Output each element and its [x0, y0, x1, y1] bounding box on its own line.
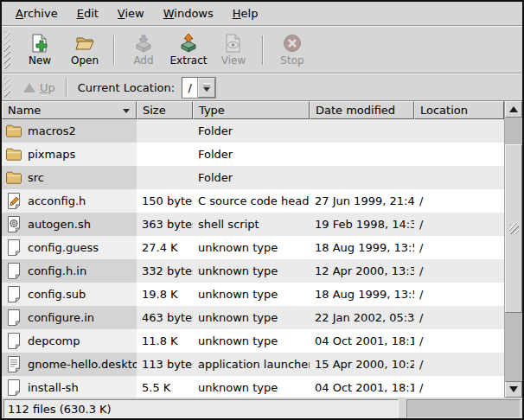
add-button[interactable]: Add [121, 32, 166, 67]
table-row[interactable]: configure.in463 bytesunknown type22 Jan … [2, 306, 504, 329]
cell-name: config.sub [2, 283, 137, 306]
cell-size: 11.8 K [137, 329, 193, 353]
cell-size: 113 bytes [137, 353, 193, 376]
menu-item-archive[interactable]: Archive [6, 3, 67, 23]
cell-location [414, 143, 504, 166]
table-row[interactable]: srcFolder [2, 166, 504, 189]
cell-type: unknown type [193, 259, 310, 283]
column-header-label: Size [143, 104, 166, 117]
view-icon [223, 33, 244, 54]
file-icon [5, 332, 22, 350]
file-name: depcomp [28, 334, 80, 347]
view-button[interactable]: View [211, 32, 256, 67]
table-row[interactable]: install-sh5.5 Kunknown type04 Oct 2001, … [2, 376, 504, 398]
file-lines-icon [5, 355, 22, 373]
column-header-label: Name [8, 104, 41, 117]
location-combo-dropdown[interactable] [198, 78, 215, 98]
status-message: 112 files (630.3 K) [3, 399, 399, 418]
cell-name: install-sh [2, 376, 137, 398]
cell-date: 04 Oct 2001, 18:12 [310, 376, 414, 398]
add-icon [133, 33, 154, 54]
folder-icon [5, 169, 22, 187]
scroll-up-button[interactable] [505, 101, 522, 118]
cell-name: config.guess [2, 236, 137, 259]
cell-location: / [414, 189, 504, 213]
folder-icon [5, 145, 22, 163]
location-bar-drag-handle[interactable] [4, 77, 10, 98]
cell-location: / [414, 306, 504, 329]
cell-date: 18 Aug 1999, 13:53 [310, 236, 414, 259]
table-row[interactable]: pixmapsFolder [2, 143, 504, 166]
menu-item-edit[interactable]: Edit [67, 3, 108, 23]
scroll-down-button[interactable] [505, 381, 522, 398]
stop-button[interactable]: Stop [270, 32, 315, 67]
menu-item-help[interactable]: Help [223, 3, 268, 23]
toolbar-drag-handle[interactable] [4, 31, 10, 69]
cell-type: unknown type [193, 329, 310, 353]
open-icon [74, 33, 95, 54]
cell-size [137, 119, 193, 143]
up-arrow-icon [23, 83, 35, 92]
scrollbar-track[interactable] [505, 118, 522, 381]
cell-location [414, 166, 504, 189]
file-name: config.sub [28, 288, 86, 301]
toolbar-button-label: Stop [280, 54, 304, 67]
file-pencil-icon [5, 192, 22, 210]
cell-size: 5.5 K [137, 376, 193, 398]
vertical-scrollbar[interactable] [504, 101, 522, 398]
up-button[interactable]: Up [18, 80, 61, 96]
file-script-icon [5, 215, 22, 233]
open-button[interactable]: Open [62, 32, 107, 67]
cell-type: unknown type [193, 283, 310, 306]
file-name: autogen.sh [28, 218, 91, 231]
extract-button[interactable]: Extract [166, 32, 211, 67]
cell-date: 19 Feb 1998, 14:31 [310, 213, 414, 236]
cell-date [310, 119, 414, 143]
separator [113, 35, 115, 65]
file-list-panel: NameSizeTypeDate modifiedLocation macros… [2, 100, 522, 398]
cell-type: application launcher [193, 353, 310, 376]
table-row[interactable]: macros2Folder [2, 119, 504, 143]
column-header-name[interactable]: Name [2, 101, 137, 119]
toolbar-button-label: Add [133, 54, 153, 67]
column-header-location[interactable]: Location [414, 101, 504, 119]
scrollbar-thumb[interactable] [505, 144, 522, 313]
folder-icon [5, 122, 22, 140]
table-row[interactable]: gnome-hello.desktop113 bytesapplication … [2, 353, 504, 376]
column-header-label: Location [420, 104, 468, 117]
column-header-size[interactable]: Size [137, 101, 193, 119]
menu-item-windows[interactable]: Windows [154, 3, 223, 23]
cell-location [414, 119, 504, 143]
new-icon [29, 33, 50, 54]
location-combo[interactable]: / [182, 77, 216, 99]
column-header-date-modified[interactable]: Date modified [310, 101, 414, 119]
toolbar-button-label: Extract [170, 54, 208, 67]
table-row[interactable]: config.sub19.8 Kunknown type18 Aug 1999,… [2, 283, 504, 306]
file-name: pixmaps [28, 148, 75, 161]
cell-location: / [414, 376, 504, 398]
archive-manager-window: ArchiveEditViewWindowsHelp NewOpenAddExt… [0, 0, 524, 420]
option-menu-ridge-icon [203, 83, 210, 86]
table-row[interactable]: config.h.in332 bytesunknown type12 Apr 2… [2, 259, 504, 283]
cell-size: 332 bytes [137, 259, 193, 283]
table-row[interactable]: autogen.sh363 bytesshell script19 Feb 19… [2, 213, 504, 236]
file-name: macros2 [28, 124, 76, 137]
table-row[interactable]: depcomp11.8 Kunknown type04 Oct 2001, 18… [2, 329, 504, 353]
cell-size [137, 166, 193, 189]
location-bar: Up Current Location: / [2, 74, 522, 100]
file-name: configure.in [28, 311, 94, 324]
new-button[interactable]: New [17, 32, 62, 67]
scrollbar-grip-icon [509, 224, 519, 234]
cell-name: pixmaps [2, 143, 137, 166]
cell-name: autogen.sh [2, 213, 137, 236]
column-header-type[interactable]: Type [193, 101, 310, 119]
progress-panel [406, 399, 521, 418]
cell-name: configure.in [2, 306, 137, 329]
cell-name: macros2 [2, 119, 137, 143]
file-name: src [28, 171, 44, 184]
cell-location: / [414, 259, 504, 283]
table-row[interactable]: config.guess27.4 Kunknown type18 Aug 199… [2, 236, 504, 259]
cell-size: 150 bytes [137, 189, 193, 213]
table-row[interactable]: acconfig.h150 bytesC source code header2… [2, 189, 504, 213]
menu-item-view[interactable]: View [108, 3, 154, 23]
